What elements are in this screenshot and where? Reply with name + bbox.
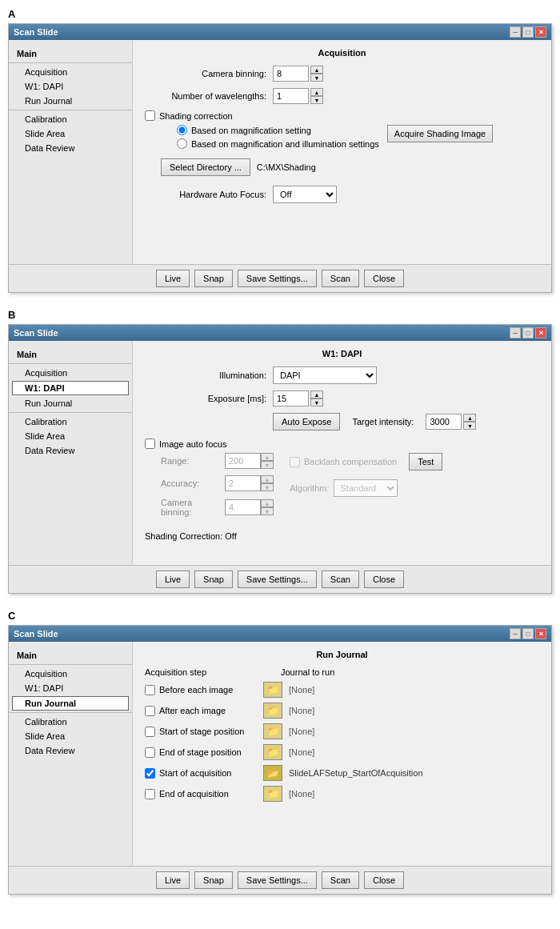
range-down[interactable]: ▼ <box>261 461 274 469</box>
save-settings-btn-b[interactable]: Save Settings... <box>238 571 317 588</box>
sidebar-acquisition-a[interactable]: Acquisition <box>9 65 132 79</box>
target-intensity-input[interactable] <box>426 414 462 430</box>
camera-binning-up[interactable]: ▲ <box>310 66 323 74</box>
camera-binning-down[interactable]: ▼ <box>310 74 323 82</box>
target-intensity-up[interactable]: ▲ <box>463 414 476 422</box>
journal-checkbox-1[interactable] <box>145 706 155 716</box>
exposure-down[interactable]: ▼ <box>310 398 323 406</box>
journal-folder-4[interactable]: 📂 <box>263 765 282 781</box>
journal-folder-0[interactable]: 📁 <box>263 682 282 698</box>
journal-row-4: Start of acquisition 📂 SlideLAFSetup_Sta… <box>145 765 539 781</box>
minimize-btn-a[interactable]: ─ <box>510 26 521 38</box>
sidebar-datareview-c[interactable]: Data Review <box>9 743 132 758</box>
sidebar-runjournal-a[interactable]: Run Journal <box>9 94 132 108</box>
folder-icon-1: 📁 <box>267 705 279 716</box>
save-settings-btn-c[interactable]: Save Settings... <box>238 871 317 889</box>
camera-binning-row: Camera binning: ▲ ▼ <box>145 66 539 82</box>
accuracy-input[interactable] <box>225 475 261 491</box>
sidebar-runjournal-c[interactable]: Run Journal <box>12 696 129 711</box>
save-settings-btn-a[interactable]: Save Settings... <box>238 270 317 287</box>
sidebar-runjournal-b[interactable]: Run Journal <box>9 396 132 410</box>
close-btn-footer-a[interactable]: Close <box>364 270 404 287</box>
close-btn-footer-c[interactable]: Close <box>364 871 404 889</box>
close-btn-a[interactable]: ✕ <box>535 26 546 38</box>
journal-checkbox-4[interactable] <box>145 768 155 779</box>
snap-btn-a[interactable]: Snap <box>194 270 233 287</box>
target-intensity-control: ▲ ▼ <box>426 414 476 430</box>
sidebar-acquisition-c[interactable]: Acquisition <box>9 667 132 681</box>
accuracy-up[interactable]: ▲ <box>261 475 274 483</box>
journal-checkbox-2[interactable] <box>145 727 155 737</box>
illumination-select[interactable]: DAPI <box>273 366 377 384</box>
journal-folder-3[interactable]: 📁 <box>263 744 282 760</box>
sidebar-datareview-b[interactable]: Data Review <box>9 443 132 458</box>
hardware-af-select[interactable]: Off <box>273 186 337 203</box>
close-btn-c[interactable]: ✕ <box>535 628 546 639</box>
sidebar-slidearea-a[interactable]: Slide Area <box>9 126 132 141</box>
snap-btn-b[interactable]: Snap <box>194 571 233 588</box>
maximize-btn-a[interactable]: □ <box>522 26 534 38</box>
sidebar-main-c[interactable]: Main <box>9 648 132 663</box>
journal-value-0: [None] <box>289 685 314 695</box>
sidebar-slidearea-b[interactable]: Slide Area <box>9 429 132 443</box>
sidebar-datareview-a[interactable]: Data Review <box>9 141 132 155</box>
auto-expose-btn[interactable]: Auto Expose <box>273 413 340 430</box>
exposure-input[interactable] <box>273 390 309 406</box>
journal-folder-2[interactable]: 📁 <box>263 723 282 739</box>
sidebar-w1dapi-b[interactable]: W1: DAPI <box>12 381 129 395</box>
range-up[interactable]: ▲ <box>261 453 274 461</box>
sidebar-main-a[interactable]: Main <box>9 46 132 61</box>
close-btn-b[interactable]: ✕ <box>535 327 546 338</box>
num-wavelengths-input[interactable] <box>273 88 309 104</box>
camera-binning-input[interactable] <box>273 66 309 82</box>
journal-checkbox-3[interactable] <box>145 747 155 758</box>
accuracy-down[interactable]: ▼ <box>261 483 274 491</box>
shading-correction-checkbox[interactable] <box>145 110 155 121</box>
sidebar-main-b[interactable]: Main <box>9 347 132 362</box>
cam-binning-b-row: Camera binning: ▲ ▼ <box>161 498 274 517</box>
radio-mag-illum[interactable] <box>177 138 187 149</box>
algorithm-select[interactable]: Standard <box>334 479 398 497</box>
live-btn-c[interactable]: Live <box>156 871 190 889</box>
backlash-checkbox[interactable] <box>290 457 300 467</box>
num-wavelengths-down[interactable]: ▼ <box>310 96 323 104</box>
sidebar-calibration-c[interactable]: Calibration <box>9 715 132 729</box>
num-wavelengths-up[interactable]: ▲ <box>310 88 323 96</box>
close-btn-footer-b[interactable]: Close <box>364 571 404 588</box>
camera-binning-control: ▲ ▼ <box>273 66 323 82</box>
image-af-checkbox[interactable] <box>145 438 155 449</box>
minimize-btn-c[interactable]: ─ <box>510 628 521 639</box>
range-input[interactable] <box>225 453 261 469</box>
sidebar-calibration-a[interactable]: Calibration <box>9 112 132 126</box>
journal-folder-5[interactable]: 📁 <box>263 786 282 802</box>
journal-checkbox-5[interactable] <box>145 789 155 799</box>
scan-btn-b[interactable]: Scan <box>322 571 359 588</box>
sidebar-acquisition-b[interactable]: Acquisition <box>9 366 132 380</box>
acquire-shading-btn[interactable]: Acquire Shading Image <box>387 125 493 142</box>
scan-btn-c[interactable]: Scan <box>322 871 359 889</box>
exposure-up[interactable]: ▲ <box>310 390 323 398</box>
sidebar-w1dapi-c[interactable]: W1: DAPI <box>9 681 132 695</box>
minimize-btn-b[interactable]: ─ <box>510 327 521 338</box>
maximize-btn-b[interactable]: □ <box>522 327 534 338</box>
illumination-label: Illumination: <box>145 370 273 380</box>
journal-folder-1[interactable]: 📁 <box>263 703 282 719</box>
radio-mag-setting[interactable] <box>177 125 187 135</box>
target-intensity-down[interactable]: ▼ <box>463 422 476 430</box>
sidebar-slidearea-c[interactable]: Slide Area <box>9 729 132 743</box>
snap-btn-c[interactable]: Snap <box>194 871 233 889</box>
journal-checkbox-0[interactable] <box>145 685 155 695</box>
test-btn[interactable]: Test <box>409 453 442 471</box>
sidebar-w1dapi-a[interactable]: W1: DAPI <box>9 79 132 94</box>
cam-binning-b-down[interactable]: ▼ <box>261 507 274 515</box>
cam-binning-b-up[interactable]: ▲ <box>261 499 274 507</box>
live-btn-b[interactable]: Live <box>156 571 190 588</box>
cam-binning-b-input[interactable] <box>225 499 261 515</box>
section-a-label: A <box>8 8 552 20</box>
sidebar-calibration-b[interactable]: Calibration <box>9 414 132 429</box>
maximize-btn-c[interactable]: □ <box>522 628 534 639</box>
live-btn-a[interactable]: Live <box>156 270 190 287</box>
select-dir-btn[interactable]: Select Directory ... <box>161 158 250 176</box>
section-b-label: B <box>8 309 552 321</box>
scan-btn-a[interactable]: Scan <box>322 270 359 287</box>
